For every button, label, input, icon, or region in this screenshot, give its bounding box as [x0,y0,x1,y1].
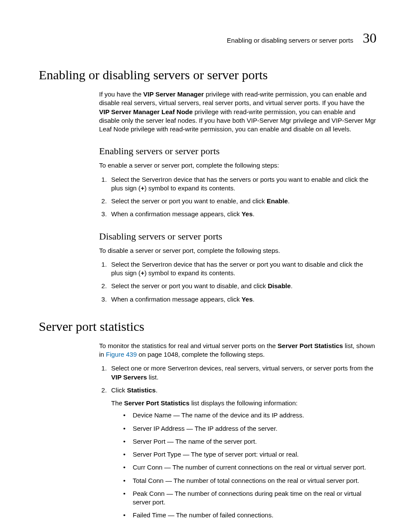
chapter-number: 30 [363,30,377,46]
list-item: Server Port — The name of the server por… [123,437,377,446]
figure-link[interactable]: Figure 439 [106,351,137,358]
header-title: Enabling or disabling servers or server … [227,37,353,44]
heading-enable-disable: Enabling or disabling servers or server … [39,68,377,82]
stats-list-intro: The Server Port Statistics list displays… [111,399,377,408]
subheading-enabling: Enabling servers or server ports [99,146,377,157]
list-item: Select one or more ServerIron devices, r… [109,364,377,382]
running-header: Enabling or disabling servers or server … [39,30,377,46]
list-item: Server Port Type — The type of server po… [123,450,377,459]
disable-steps-list: Select the ServerIron device that has th… [99,260,377,304]
list-item: When a confirmation message appears, cli… [109,295,377,304]
subheading-disabling: Disabling servers or server ports [99,231,377,242]
list-item: Curr Conn — The number of current connec… [123,463,377,472]
list-item: Total Conn — The number of total connect… [123,476,377,485]
document-page: Enabling or disabling servers or server … [0,0,411,532]
list-item: Select the ServerIron device that has th… [109,260,377,278]
stats-steps-list: Select one or more ServerIron devices, r… [99,364,377,520]
stats-intro: To monitor the statistics for real and v… [99,342,377,359]
enable-intro: To enable a server or server port, compl… [99,161,377,170]
heading-server-port-statistics: Server port statistics [39,319,377,334]
list-item: When a confirmation message appears, cli… [109,210,377,218]
stats-block: To monitor the statistics for real and v… [99,342,377,520]
enable-steps-list: Select the ServerIron device that has th… [99,175,377,219]
stats-fields-list: Device Name — The name of the device and… [111,411,377,520]
disable-intro: To disable a server or server port, comp… [99,246,377,255]
list-item: Click Statistics. The Server Port Statis… [109,386,377,520]
list-item: Device Name — The name of the device and… [123,411,377,420]
intro-paragraph: If you have the VIP Server Manager privi… [99,90,377,134]
list-item: Server IP Address — The IP address of th… [123,424,377,433]
list-item: Select the server or port you want to di… [109,282,377,290]
list-item: Peak Conn — The number of connections du… [123,489,377,507]
list-item: Select the server or port you want to en… [109,197,377,205]
list-item: Select the ServerIron device that has th… [109,175,377,193]
list-item: Failed Time — The number of failed conne… [123,511,377,520]
intro-block: If you have the VIP Server Manager privi… [99,90,377,304]
